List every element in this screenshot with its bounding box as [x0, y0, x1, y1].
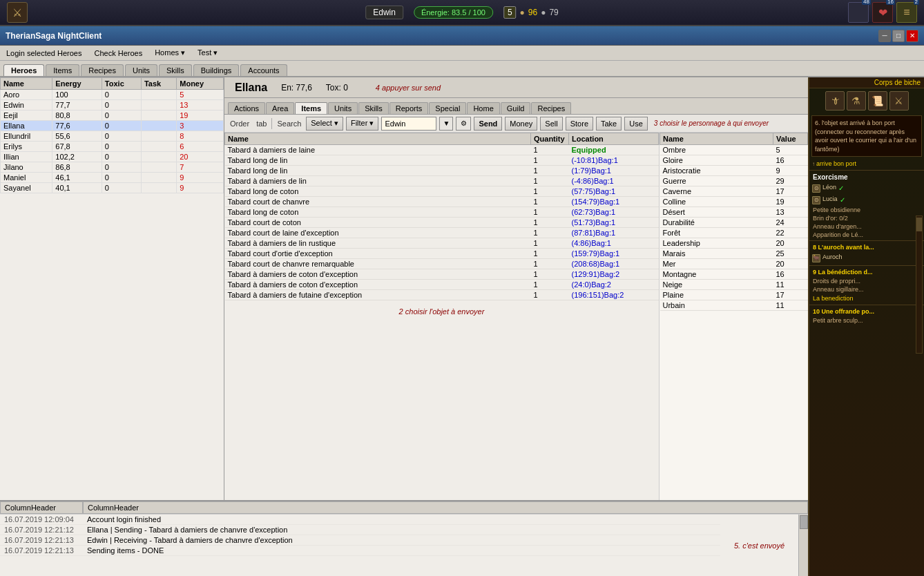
inner-tab-skills[interactable]: Skills — [358, 102, 389, 114]
window-controls: ─ □ ✕ — [878, 30, 918, 42]
item-row[interactable]: Tabard court de coton 1 (51:73)Bag:1 — [225, 218, 659, 228]
char-row[interactable]: Erilys 67,8 0 6 — [1, 142, 224, 152]
item-row[interactable]: Tabard à damiers de futaine d'exception … — [225, 290, 659, 300]
item-row[interactable]: Tabard long de coton 1 (57:75)Bag:1 — [225, 186, 659, 197]
item-row[interactable]: Tabard long de lin 1 (-10:81)Bag:1 — [225, 155, 659, 166]
item-row[interactable]: Tabard court de chanvre 1 (154:79)Bag:1 — [225, 197, 659, 207]
maximize-button[interactable]: □ — [892, 30, 905, 42]
combat-icon[interactable]: ❤ — [872, 2, 893, 23]
inner-tab-units[interactable]: Units — [328, 102, 358, 114]
inner-tab-actions[interactable]: Actions — [228, 102, 265, 114]
tab-units[interactable]: Units — [125, 64, 157, 76]
inner-tab-area[interactable]: Area — [266, 102, 294, 114]
log-scrollbar[interactable] — [798, 515, 808, 576]
char-energy-cell: 67,8 — [52, 142, 102, 152]
tab-items[interactable]: Items — [46, 64, 79, 76]
char-row[interactable]: Edwin 77,7 0 13 — [1, 100, 224, 111]
skill-row: Désert 13 — [660, 207, 808, 218]
char-row[interactable]: Eejil 80,8 0 19 — [1, 111, 224, 121]
tab-buildings[interactable]: Buildings — [193, 64, 240, 76]
send-button[interactable]: Send — [474, 117, 502, 131]
tab-accounts[interactable]: Accounts — [240, 64, 287, 76]
log-timestamp: 16.07.2019 12:21:12 — [4, 526, 84, 534]
game-icon-3[interactable]: 📜 — [868, 91, 887, 111]
anneau-argen: Anneau d'argen... — [809, 222, 924, 231]
inner-tab-guild[interactable]: Guild — [501, 102, 531, 114]
skill-name-cell: Guerre — [660, 176, 773, 186]
item-loc-cell: (159:79)Bag:1 — [569, 249, 659, 259]
log-scrollbar-thumb[interactable] — [800, 515, 808, 529]
skill-value-cell: 17 — [773, 186, 808, 197]
game-icon-1[interactable]: 🗡 — [825, 91, 845, 111]
item-row[interactable]: Tabard court de laine d'exception 1 (87:… — [225, 228, 659, 238]
player-action-button[interactable]: ⚙ — [456, 117, 471, 131]
inner-tab-home[interactable]: Home — [467, 102, 499, 114]
inventory-icon[interactable] — [848, 2, 869, 23]
item-row[interactable]: Tabard à damiers de coton d'exception 1 … — [225, 280, 659, 290]
order-label: Order — [228, 119, 251, 128]
skill-name-cell: Leadership — [660, 238, 773, 249]
char-row[interactable]: Ellundril 55,6 0 8 — [1, 131, 224, 142]
item-loc-cell: (129:91)Bag:2 — [569, 269, 659, 280]
item-row[interactable]: Tabard court d'ortie d'exception 1 (159:… — [225, 249, 659, 259]
item-row[interactable]: Tabard à damiers de lin rustique 1 (4:86… — [225, 238, 659, 249]
char-money-cell: 6 — [177, 142, 224, 152]
filter-button[interactable]: Filter ▾ — [346, 117, 379, 131]
tab-skills[interactable]: Skills — [159, 64, 192, 76]
char-task-cell — [141, 152, 176, 162]
store-button[interactable]: Store — [566, 117, 593, 131]
player-select-dropdown[interactable]: ▼ — [439, 117, 453, 131]
char-task-cell — [141, 162, 176, 173]
menu-homes[interactable]: Homes ▾ — [152, 48, 188, 58]
menu-login-heroes[interactable]: Login selected Heroes — [3, 48, 84, 58]
item-qty-cell: 1 — [531, 176, 569, 186]
minimize-button[interactable]: ─ — [878, 30, 891, 42]
item-name-cell: Tabard à damiers de laine — [225, 145, 531, 155]
game-description: 6. l'objet est arrivé à bon port (connec… — [811, 115, 922, 157]
game-scrollbar[interactable] — [916, 215, 923, 354]
menu-test[interactable]: Test ▾ — [195, 48, 220, 58]
item-qty-cell: 1 — [531, 269, 569, 280]
skill-name-cell: Urbain — [660, 300, 773, 311]
item-row[interactable]: Tabard long de lin 1 (1:79)Bag:1 — [225, 166, 659, 176]
inner-tab-reports[interactable]: Reports — [389, 102, 429, 114]
arrive-text: arrive bon port — [816, 160, 856, 167]
take-button[interactable]: Take — [596, 117, 622, 131]
game-icon-2[interactable]: ⚗ — [847, 91, 866, 111]
close-button[interactable]: ✕ — [906, 30, 918, 42]
char-row[interactable]: Aoro 100 0 5 — [1, 90, 224, 100]
item-row[interactable]: Tabard long de coton 1 (62:73)Bag:1 — [225, 207, 659, 218]
money-button[interactable]: Money — [505, 117, 537, 131]
log-col-2: ColumnHeader — [83, 501, 808, 514]
inner-tab-recipes[interactable]: Recipes — [531, 102, 571, 114]
sell-button[interactable]: Sell — [540, 117, 562, 131]
char-row[interactable]: Illian 102,2 0 20 — [1, 152, 224, 162]
item-row[interactable]: Tabard court de chanvre remarquable 1 (2… — [225, 259, 659, 269]
item-row[interactable]: Tabard à damiers de lin 1 (-4:86)Bag:1 — [225, 176, 659, 186]
menu-check-heroes[interactable]: Check Heroes — [91, 48, 145, 58]
char-row[interactable]: Ellana 77,6 0 3 — [1, 121, 224, 131]
item-row[interactable]: Tabard à damiers de coton d'exception 1 … — [225, 269, 659, 280]
log-header: ColumnHeader ColumnHeader — [0, 501, 808, 515]
char-money-cell: 19 — [177, 111, 224, 121]
inner-tab-special[interactable]: Special — [429, 102, 466, 114]
tab-heroes[interactable]: Heroes — [3, 64, 44, 76]
log-message: Account login finished — [87, 515, 161, 524]
inner-tab-items[interactable]: Items — [295, 102, 327, 114]
char-row[interactable]: Sayanel 40,1 0 9 — [1, 183, 224, 193]
game-icon-4[interactable]: ⚔ — [889, 91, 909, 111]
select-button[interactable]: Select ▾ — [306, 117, 343, 131]
player-select-input[interactable] — [381, 117, 436, 131]
scroll-icon[interactable]: ≡ — [896, 2, 917, 23]
skill-row: Forêt 22 — [660, 228, 808, 238]
use-button[interactable]: Use — [624, 117, 648, 131]
char-row[interactable]: Jilano 86,8 0 7 — [1, 162, 224, 173]
divider-2 — [809, 240, 924, 241]
char-energy-cell: 80,8 — [52, 111, 102, 121]
tab-recipes[interactable]: Recipes — [81, 64, 124, 76]
char-row[interactable]: Maniel 46,1 0 9 — [1, 173, 224, 183]
item-row[interactable]: Tabard à damiers de laine 1 Equipped — [225, 145, 659, 155]
auroch-icon: 🐂 — [812, 254, 820, 262]
game-scrollbar-thumb[interactable] — [916, 218, 922, 231]
skill-name-cell: Plaine — [660, 290, 773, 300]
